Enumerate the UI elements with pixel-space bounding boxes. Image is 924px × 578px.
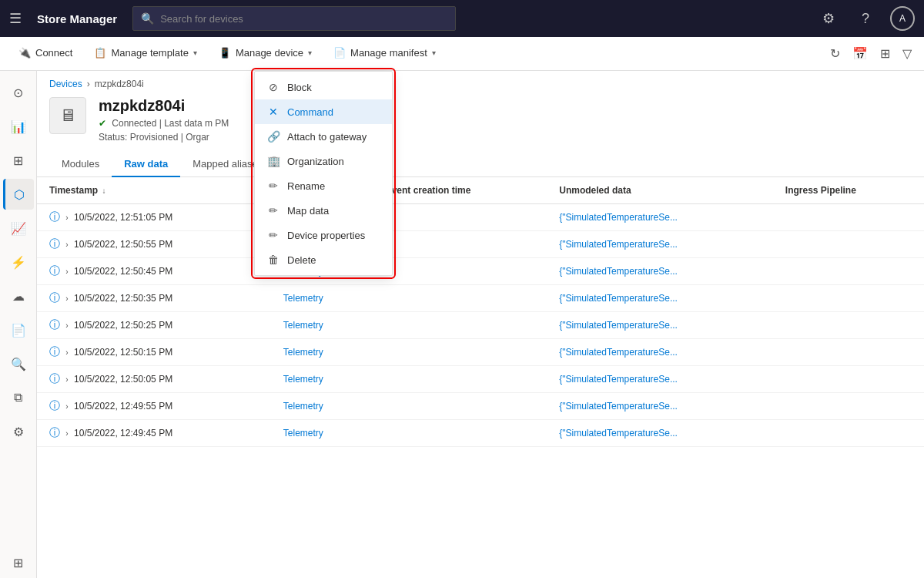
expand-icon[interactable]: › [65, 348, 68, 357]
expand-icon[interactable]: › [65, 321, 68, 330]
grid-view-button[interactable]: ⊞ [877, 43, 893, 64]
sidebar-item-bolt[interactable]: ⚡ [3, 247, 34, 277]
cell-unmodeled: {"SimulatedTemperatureSe... [547, 231, 773, 258]
info-icon[interactable]: ⓘ [49, 426, 60, 439]
timestamp-label: Timestamp [49, 185, 98, 196]
device-status: Connected [112, 118, 156, 129]
unmodeled-value[interactable]: {"SimulatedTemperatureSe... [559, 239, 678, 250]
info-icon[interactable]: ⓘ [49, 345, 60, 358]
cell-event: Telemetry [271, 312, 373, 339]
sidebar-item-settings[interactable]: ⚙ [3, 416, 34, 447]
dropdown-item-device-properties[interactable]: ✏ Device properties [255, 223, 392, 247]
dropdown-item-map-data[interactable]: ✏ Map data [255, 198, 392, 223]
info-icon[interactable]: ⓘ [49, 291, 60, 304]
table-header-row: Timestamp ↓ Event creation time Unmodele… [37, 177, 924, 204]
sidebar-item-bottom[interactable]: ⊞ [3, 547, 34, 578]
sidebar-item-graph[interactable]: 📈 [3, 213, 34, 244]
timestamp-value: 10/5/2022, 12:50:55 PM [74, 239, 172, 250]
device-meta-text: | Last data m [159, 118, 213, 129]
expand-icon[interactable]: › [65, 267, 68, 276]
unmodeled-value[interactable]: {"SimulatedTemperatureSe... [559, 293, 678, 304]
timestamp-value: 10/5/2022, 12:50:05 PM [74, 374, 172, 385]
search-icon: 🔍 [141, 12, 154, 25]
expand-icon[interactable]: › [65, 240, 68, 249]
unmodeled-label: Unmodeled data [559, 185, 631, 196]
search-box: 🔍 [132, 6, 456, 31]
nav-actions: ↻ 📅 ⊞ ▽ [827, 43, 915, 64]
dropdown-item-rename[interactable]: ✏ Rename [255, 173, 392, 198]
event-type[interactable]: Telemetry [283, 320, 323, 331]
unmodeled-value[interactable]: {"SimulatedTemperatureSe... [559, 347, 678, 358]
refresh-button[interactable]: ↻ [827, 43, 843, 64]
dropdown-item-block[interactable]: ⊘ Block [255, 75, 392, 99]
calendar-button[interactable]: 📅 [849, 43, 871, 64]
settings-button[interactable]: ⚙ [816, 6, 841, 31]
manifest-chevron-icon: ▾ [432, 49, 436, 57]
unmodeled-value[interactable]: {"SimulatedTemperatureSe... [559, 428, 678, 439]
dropdown-device-properties-label: Device properties [287, 230, 365, 241]
nav-manage-manifest-label: Manage manifest [350, 47, 427, 59]
info-icon[interactable]: ⓘ [49, 237, 60, 250]
dropdown-command-label: Command [287, 106, 333, 118]
event-type[interactable]: Telemetry [283, 374, 323, 385]
sidebar-item-layers[interactable]: ⧉ [3, 382, 34, 413]
cell-event-creation [373, 285, 547, 312]
sidebar-item-cloud[interactable]: ☁ [3, 281, 34, 311]
sidebar-item-search[interactable]: 🔍 [3, 348, 34, 379]
breadcrumb-parent[interactable]: Devices [49, 79, 82, 89]
dropdown-delete-label: Delete [287, 254, 316, 266]
sort-icon[interactable]: ↓ [102, 187, 105, 195]
cell-unmodeled: {"SimulatedTemperatureSe... [547, 204, 773, 231]
hamburger-icon[interactable]: ☰ [9, 10, 22, 27]
dropdown-organization-label: Organization [287, 156, 344, 167]
nav-connect[interactable]: 🔌 Connect [9, 37, 82, 70]
sidebar-item-chart[interactable]: 📊 [3, 111, 34, 142]
nav-manage-template[interactable]: 📋 Manage template ▾ [85, 37, 206, 70]
expand-icon[interactable]: › [65, 294, 68, 303]
expand-icon[interactable]: › [65, 402, 68, 411]
unmodeled-value[interactable]: {"SimulatedTemperatureSe... [559, 266, 678, 277]
app-title: Store Manager [37, 12, 117, 25]
unmodeled-value[interactable]: {"SimulatedTemperatureSe... [559, 401, 678, 412]
dropdown-block-label: Block [287, 82, 312, 93]
unmodeled-value[interactable]: {"SimulatedTemperatureSe... [559, 374, 678, 385]
event-type[interactable]: Telemetry [283, 428, 323, 439]
sidebar-item-doc[interactable]: 📄 [3, 314, 34, 345]
cell-event-creation [373, 258, 547, 285]
cell-timestamp: ⓘ › 10/5/2022, 12:51:05 PM [37, 204, 271, 231]
unmodeled-value[interactable]: {"SimulatedTemperatureSe... [559, 320, 678, 331]
avatar[interactable]: A [890, 6, 915, 31]
tab-modules[interactable]: Modules [49, 152, 112, 177]
dropdown-item-command[interactable]: ✕ Command [255, 99, 392, 124]
info-icon[interactable]: ⓘ [49, 264, 60, 277]
device-meta: ✔ Connected | Last data m PM [99, 118, 229, 129]
sidebar-item-active[interactable]: ⬡ [3, 179, 34, 210]
filter-button[interactable]: ▽ [899, 43, 915, 64]
expand-icon[interactable]: › [65, 429, 68, 438]
search-input[interactable] [160, 13, 447, 25]
cell-ingress [773, 285, 924, 312]
help-button[interactable]: ? [853, 6, 878, 31]
sidebar-item-home[interactable]: ⊙ [3, 77, 34, 108]
nav-manage-manifest[interactable]: 📄 Manage manifest ▾ [324, 37, 445, 70]
expand-icon[interactable]: › [65, 213, 68, 222]
nav-manage-device[interactable]: 📱 Manage device ▾ [209, 37, 321, 70]
info-icon[interactable]: ⓘ [49, 399, 60, 412]
cell-event: Telemetry [271, 393, 373, 420]
event-type[interactable]: Telemetry [283, 347, 323, 358]
dropdown-item-delete[interactable]: 🗑 Delete [255, 247, 392, 272]
info-icon[interactable]: ⓘ [49, 210, 60, 223]
unmodeled-value[interactable]: {"SimulatedTemperatureSe... [559, 212, 678, 223]
cell-ingress [773, 258, 924, 285]
info-icon[interactable]: ⓘ [49, 372, 60, 385]
tab-raw-data[interactable]: Raw data [112, 152, 180, 177]
map-data-icon: ✏ [267, 204, 280, 217]
sidebar-item-grid[interactable]: ⊞ [3, 145, 34, 176]
event-type[interactable]: Telemetry [283, 401, 323, 412]
info-icon[interactable]: ⓘ [49, 318, 60, 331]
event-type[interactable]: Telemetry [283, 293, 323, 304]
dropdown-item-attach-gateway[interactable]: 🔗 Attach to gateway [255, 124, 392, 149]
manage-device-dropdown: ⊘ Block ✕ Command 🔗 Attach to gateway 🏢 … [254, 71, 393, 276]
expand-icon[interactable]: › [65, 375, 68, 384]
dropdown-item-organization[interactable]: 🏢 Organization [255, 149, 392, 173]
